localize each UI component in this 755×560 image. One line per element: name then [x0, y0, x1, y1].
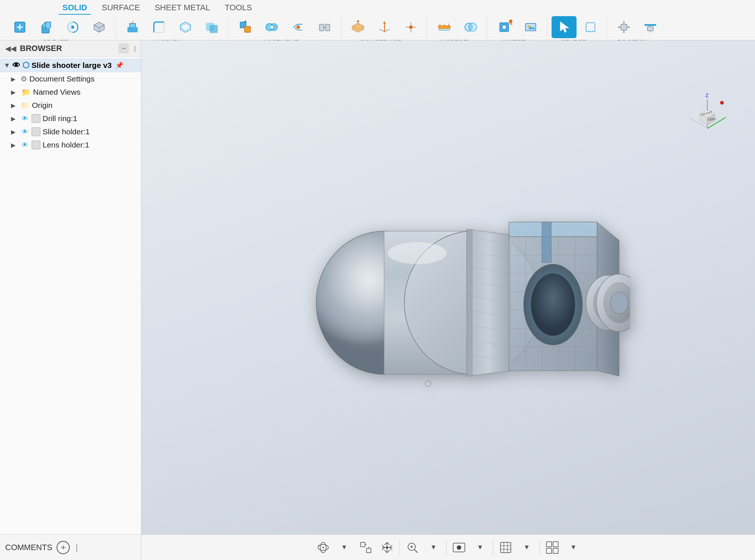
box-button[interactable]: [87, 16, 112, 38]
shell-button[interactable]: [173, 16, 198, 38]
drill-ring-eye-icon[interactable]: 👁: [21, 114, 29, 123]
fit-view-button[interactable]: [357, 539, 375, 556]
svg-point-97: [386, 546, 388, 549]
tab-sheet-metal[interactable]: SHEET METAL: [151, 1, 214, 15]
pan-button[interactable]: [378, 539, 396, 556]
browser-item-lens-holder[interactable]: ▶ 👁 Lens holder:1: [0, 138, 141, 152]
svg-point-4: [71, 26, 74, 29]
display-arrow-button[interactable]: ▼: [472, 539, 489, 556]
named-views-expand: ▶: [11, 89, 18, 96]
comments-label: COMMENTS: [5, 543, 52, 552]
lens-holder-eye-icon[interactable]: 👁: [21, 141, 29, 149]
browser-item-drill-ring[interactable]: ▶ 👁 Drill ring:1: [0, 112, 141, 125]
layout-arrow-button[interactable]: ▼: [565, 539, 582, 556]
browser-item-slide-holder[interactable]: ▶ 👁 Slide holder:1: [0, 125, 141, 138]
tab-solid[interactable]: SOLID: [59, 1, 91, 15]
browser-item-doc-settings[interactable]: ▶ ⚙ Document Settings: [0, 72, 141, 86]
browser-item-origin[interactable]: ▶ 📁 Origin: [0, 99, 141, 112]
zoom-arrow-button[interactable]: ▼: [425, 539, 442, 556]
combine-button[interactable]: [199, 16, 224, 38]
3d-model: [300, 163, 630, 422]
display-mode-button[interactable]: [450, 539, 468, 556]
svg-rect-94: [366, 548, 371, 553]
joint-button[interactable]: [259, 16, 284, 38]
decal-button[interactable]: [518, 16, 543, 38]
svg-text:Z: Z: [705, 92, 709, 98]
named-views-folder-icon: 📁: [21, 88, 31, 97]
svg-point-35: [502, 25, 506, 29]
viewport-bottom-tools: ▼ ▼: [141, 539, 755, 556]
motion-link-button[interactable]: [286, 16, 311, 38]
browser-item-named-views[interactable]: ▶ 📁 Named Views: [0, 86, 141, 99]
svg-rect-18: [325, 24, 330, 31]
svg-point-89: [720, 101, 724, 105]
svg-rect-17: [319, 24, 324, 31]
bottom-bar: COMMENTS + | ▼: [0, 534, 755, 560]
select-button[interactable]: [552, 16, 577, 38]
axis-button[interactable]: [372, 16, 397, 38]
move-copy-button[interactable]: [611, 16, 636, 38]
fillet-button[interactable]: [147, 16, 171, 38]
root-eye-icon[interactable]: 👁: [12, 61, 20, 70]
svg-point-92: [322, 547, 324, 548]
browser-collapse-button[interactable]: −: [119, 43, 129, 54]
svg-point-73: [531, 273, 575, 336]
root-expand-arrow: ▼: [4, 62, 10, 69]
orbit-view-button[interactable]: [314, 539, 332, 556]
svg-rect-111: [546, 548, 552, 553]
svg-line-99: [415, 550, 418, 553]
interference-button[interactable]: [458, 16, 483, 38]
svg-rect-40: [621, 24, 627, 30]
svg-point-103: [457, 545, 461, 550]
tool-separator-3: [493, 540, 493, 555]
svg-rect-5: [127, 27, 138, 32]
revolve-button[interactable]: [60, 16, 85, 38]
tab-surface[interactable]: SURFACE: [98, 1, 144, 15]
browser-root-item[interactable]: ▼ 👁 ⬡ Slide shooter large v3 📌: [0, 58, 141, 72]
root-label: Slide shooter large v3: [32, 61, 112, 70]
browser-back-arrows[interactable]: ◀◀: [5, 44, 16, 53]
toolbar: SOLID SURFACE SHEET METAL TOOLS: [0, 0, 755, 40]
press-pull-button[interactable]: [120, 16, 145, 38]
zoom-button[interactable]: [404, 539, 421, 556]
drill-ring-label: Drill ring:1: [43, 114, 77, 123]
comments-divider: |: [76, 543, 78, 552]
browser-panel: ◀◀ BROWSER − | ▼ 👁 ⬡ Slide shooter large…: [0, 40, 141, 534]
grid-button[interactable]: [497, 539, 514, 556]
enable-contact-button[interactable]: [312, 16, 337, 38]
drill-ring-expand: ▶: [11, 115, 18, 122]
slide-holder-expand: ▶: [11, 128, 18, 135]
grid-arrow-button[interactable]: ▼: [518, 539, 536, 556]
svg-text:LEFT: LEFT: [708, 117, 716, 121]
svg-point-52: [388, 242, 447, 264]
svg-point-36: [509, 20, 512, 23]
tool-separator-4: [539, 540, 540, 555]
tab-tools[interactable]: TOOLS: [221, 1, 256, 15]
slide-holder-eye-icon[interactable]: 👁: [21, 127, 29, 136]
browser-divider[interactable]: |: [134, 45, 136, 52]
point-button[interactable]: [398, 16, 423, 38]
window-select-button[interactable]: [578, 16, 603, 38]
svg-rect-45: [644, 24, 656, 26]
orientation-cube[interactable]: Z FRONT LEFT: [685, 92, 726, 132]
doc-settings-gear-icon: ⚙: [21, 74, 27, 83]
orbit-arrow-button[interactable]: ▼: [336, 539, 353, 556]
tool-separator-1: [400, 540, 400, 555]
measure-button[interactable]: [432, 16, 457, 38]
align-button[interactable]: [638, 16, 663, 38]
3d-viewport[interactable]: Z FRONT LEFT: [141, 40, 755, 534]
offset-plane-button[interactable]: [346, 16, 371, 38]
add-comment-button[interactable]: +: [57, 541, 70, 554]
svg-rect-10: [245, 26, 250, 32]
svg-rect-110: [553, 542, 558, 547]
svg-point-81: [610, 292, 628, 314]
toolbar-tabs: SOLID SURFACE SHEET METAL TOOLS: [0, 0, 755, 15]
svg-point-38: [527, 25, 530, 28]
new-component-button[interactable]: [7, 16, 32, 38]
svg-point-82: [425, 381, 431, 386]
extrude-button[interactable]: [34, 16, 59, 38]
insert-derive-button[interactable]: [492, 16, 517, 38]
new-component-assemble-button[interactable]: [233, 16, 258, 38]
svg-rect-93: [361, 542, 365, 547]
layout-button[interactable]: [543, 539, 561, 556]
